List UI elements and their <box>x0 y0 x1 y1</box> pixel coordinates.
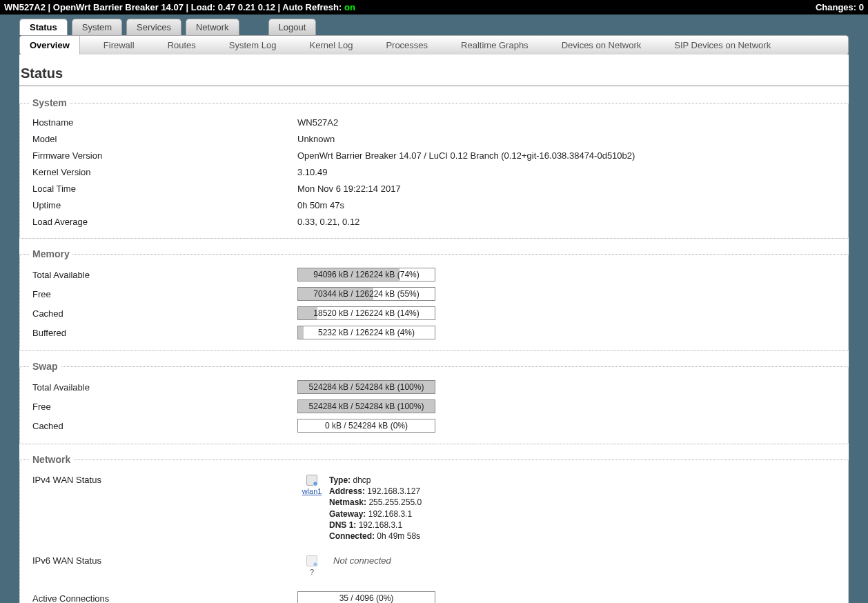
subtab-routes[interactable]: Routes <box>158 36 206 55</box>
loadavg-label: Load Average <box>32 217 297 227</box>
legend-network: Network <box>30 454 73 465</box>
mem-total-label: Total Available <box>32 270 297 280</box>
kernel-value: 3.10.49 <box>297 167 327 177</box>
main-tabs: Status System Services Network Logout <box>19 19 849 35</box>
load-label: Load: <box>191 2 215 12</box>
subtab-processes[interactable]: Processes <box>376 36 437 55</box>
firmware-value: OpenWrt Barrier Breaker 14.07 / LuCI 0.1… <box>297 150 635 161</box>
swap-cached-text: 0 kB / 524284 kB (0%) <box>298 419 435 432</box>
tab-services[interactable]: Services <box>126 19 181 35</box>
tab-status[interactable]: Status <box>19 19 68 35</box>
swap-total-bar: 524284 kB / 524284 kB (100%) <box>297 380 435 394</box>
section-network: Network IPv4 WAN Status wlan1 Type: dhcp… <box>19 454 849 603</box>
mem-free-label: Free <box>32 289 297 299</box>
tab-system[interactable]: System <box>72 19 122 35</box>
changes-label[interactable]: Changes: <box>816 2 856 12</box>
ipv6-interface-unknown: ? <box>297 568 326 576</box>
subtab-sip-devices[interactable]: SIP Devices on Network <box>664 36 780 55</box>
swap-free-text: 524284 kB / 524284 kB (100%) <box>298 400 435 413</box>
mem-cached-bar: 18520 kB / 126224 kB (14%) <box>297 306 435 320</box>
network-interface-icon <box>306 555 317 566</box>
section-memory: Memory Total Available 94096 kB / 126224… <box>19 248 849 351</box>
hostname-label: Hostname <box>32 117 297 128</box>
tab-network[interactable]: Network <box>186 19 239 35</box>
localtime-label: Local Time <box>32 184 297 194</box>
subtab-overview[interactable]: Overview <box>20 36 80 55</box>
subtab-kernel-log[interactable]: Kernel Log <box>299 36 362 55</box>
auto-refresh-state[interactable]: on <box>344 2 355 12</box>
changes-count[interactable]: 0 <box>859 2 864 12</box>
mem-total-text: 94096 kB / 126224 kB (74%) <box>298 268 435 281</box>
section-swap: Swap Total Available 524284 kB / 524284 … <box>19 361 849 444</box>
ipv6-not-connected: Not connected <box>333 555 391 566</box>
mem-buffered-bar: 5232 kB / 126224 kB (4%) <box>297 326 435 339</box>
swap-cached-label: Cached <box>32 421 297 431</box>
mem-buffered-text: 5232 kB / 126224 kB (4%) <box>298 326 435 339</box>
swap-total-text: 524284 kB / 524284 kB (100%) <box>298 381 435 393</box>
ipv6-wan-label: IPv6 WAN Status <box>32 555 297 566</box>
mem-buffered-label: Buffered <box>32 328 297 338</box>
uptime-label: Uptime <box>32 200 297 210</box>
kernel-label: Kernel Version <box>32 167 297 177</box>
ipv4-interface-link[interactable]: wlan1 <box>302 487 322 495</box>
tab-logout[interactable]: Logout <box>268 19 317 35</box>
subtab-devices-on-network[interactable]: Devices on Network <box>552 36 651 55</box>
auto-refresh-label: Auto Refresh: <box>282 2 342 12</box>
legend-memory: Memory <box>30 248 72 259</box>
mem-cached-text: 18520 kB / 126224 kB (14%) <box>298 307 435 319</box>
active-connections-bar: 35 / 4096 (0%) <box>297 591 435 603</box>
legend-system: System <box>30 97 70 108</box>
swap-total-label: Total Available <box>32 382 297 393</box>
load-value: 0.47 0.21 0.12 <box>218 2 275 12</box>
hostname-value: WN527A2 <box>297 117 338 128</box>
subtab-system-log[interactable]: System Log <box>219 36 286 55</box>
active-connections-label: Active Connections <box>32 593 297 603</box>
top-status-bar: WN527A2 | OpenWrt Barrier Breaker 14.07 … <box>0 0 868 14</box>
section-system: System HostnameWN527A2 ModelUnknown Firm… <box>19 97 849 239</box>
firmware-short: OpenWrt Barrier Breaker 14.07 <box>53 2 184 12</box>
swap-free-label: Free <box>32 402 297 412</box>
mem-free-text: 70344 kB / 126224 kB (55%) <box>298 288 435 300</box>
subtab-realtime-graphs[interactable]: Realtime Graphs <box>451 36 538 55</box>
swap-free-bar: 524284 kB / 524284 kB (100%) <box>297 399 435 413</box>
page-title: Status <box>19 61 849 86</box>
ipv4-details: Type: dhcp Address: 192.168.3.127 Netmas… <box>329 475 422 542</box>
mem-free-bar: 70344 kB / 126224 kB (55%) <box>297 287 435 301</box>
model-value: Unknown <box>297 134 335 144</box>
network-interface-icon <box>306 475 317 486</box>
subtab-firewall[interactable]: Firewall <box>94 36 144 55</box>
sub-tabs: Overview Firewall Routes System Log Kern… <box>19 35 849 55</box>
legend-swap: Swap <box>30 361 61 372</box>
uptime-value: 0h 50m 47s <box>297 200 344 210</box>
swap-cached-bar: 0 kB / 524284 kB (0%) <box>297 419 435 433</box>
host-name: WN527A2 <box>4 2 46 12</box>
localtime-value: Mon Nov 6 19:22:14 2017 <box>297 184 401 194</box>
firmware-label: Firmware Version <box>32 150 297 161</box>
mem-total-bar: 94096 kB / 126224 kB (74%) <box>297 268 435 281</box>
loadavg-value: 0.33, 0.21, 0.12 <box>297 217 359 227</box>
active-connections-text: 35 / 4096 (0%) <box>298 592 435 603</box>
ipv4-wan-label: IPv4 WAN Status <box>32 475 297 485</box>
mem-cached-label: Cached <box>32 308 297 319</box>
model-label: Model <box>32 134 297 144</box>
